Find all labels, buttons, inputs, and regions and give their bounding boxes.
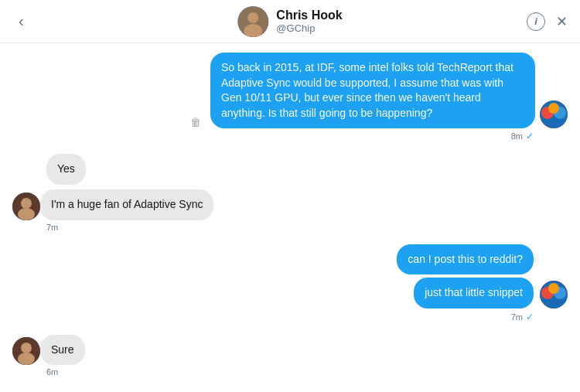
svg-point-9 xyxy=(18,208,35,220)
read-checkmark-1: ✓ xyxy=(526,131,534,141)
my-avatar xyxy=(540,101,568,128)
message-group-1: 🗑 So back in 2015, at IDF, some intel fo… xyxy=(12,53,568,141)
chat-header: ‹ Chris Hook @GChip i ✕ xyxy=(0,0,580,43)
bubble-sent-reddit: can I post this to reddit? xyxy=(397,244,534,275)
message-group-2: Yes I'm a huge fan of Adaptive Sync 7m xyxy=(12,154,568,231)
bubble-sent: So back in 2015, at IDF, some intel folk… xyxy=(210,53,535,128)
message-meta-1: 8m ✓ xyxy=(12,131,568,141)
received-row-fan: I'm a huge fan of Adaptive Sync xyxy=(12,189,568,220)
info-button[interactable]: i xyxy=(527,12,545,31)
svg-point-8 xyxy=(21,198,32,209)
svg-point-6 xyxy=(548,103,559,114)
timestamp-1: 8m xyxy=(511,131,523,141)
svg-point-1 xyxy=(247,12,258,23)
delete-icon[interactable]: 🗑 xyxy=(190,116,201,128)
chat-area: 🗑 So back in 2015, at IDF, some intel fo… xyxy=(0,43,580,392)
svg-point-13 xyxy=(548,283,559,294)
message-meta-2: 7m xyxy=(12,223,568,232)
close-button[interactable]: ✕ xyxy=(556,13,568,30)
bubble-received-sure: Sure xyxy=(40,335,85,366)
received-row-yes: Yes xyxy=(12,154,568,185)
svg-point-16 xyxy=(18,353,35,365)
avatar xyxy=(237,6,268,37)
bubble-received-fan: I'm a huge fan of Adaptive Sync xyxy=(40,189,213,220)
back-button[interactable]: ‹ xyxy=(12,9,30,33)
sent-row: 🗑 So back in 2015, at IDF, some intel fo… xyxy=(12,53,568,128)
header-right: i ✕ xyxy=(527,12,568,31)
message-group-3: can I post this to reddit? just that lit… xyxy=(12,244,568,322)
sender-avatar-2 xyxy=(12,337,40,365)
timestamp-3: 7m xyxy=(511,312,523,322)
header-left: ‹ xyxy=(12,9,30,33)
header-center: Chris Hook @GChip xyxy=(237,6,342,37)
read-checkmark-3: ✓ xyxy=(526,312,534,322)
multi-bubble-sent: can I post this to reddit? just that lit… xyxy=(397,244,534,308)
message-meta-4: 6m xyxy=(12,367,568,377)
sent-multi-row: can I post this to reddit? just that lit… xyxy=(12,244,568,308)
message-group-4: Sure 6m xyxy=(12,335,568,377)
sender-avatar xyxy=(12,193,40,220)
svg-point-15 xyxy=(21,343,32,353)
timestamp-4: 6m xyxy=(46,367,58,377)
contact-info: Chris Hook @GChip xyxy=(276,9,342,34)
bubble-sent-snippet: just that little snippet xyxy=(414,278,534,308)
bubble-received-yes: Yes xyxy=(46,154,86,185)
contact-name: Chris Hook xyxy=(276,9,342,22)
my-avatar-2 xyxy=(540,281,568,308)
timestamp-2: 7m xyxy=(46,223,58,232)
message-meta-3: 7m ✓ xyxy=(12,312,568,322)
contact-username: @GChip xyxy=(276,22,342,34)
received-row-sure: Sure xyxy=(12,335,568,366)
